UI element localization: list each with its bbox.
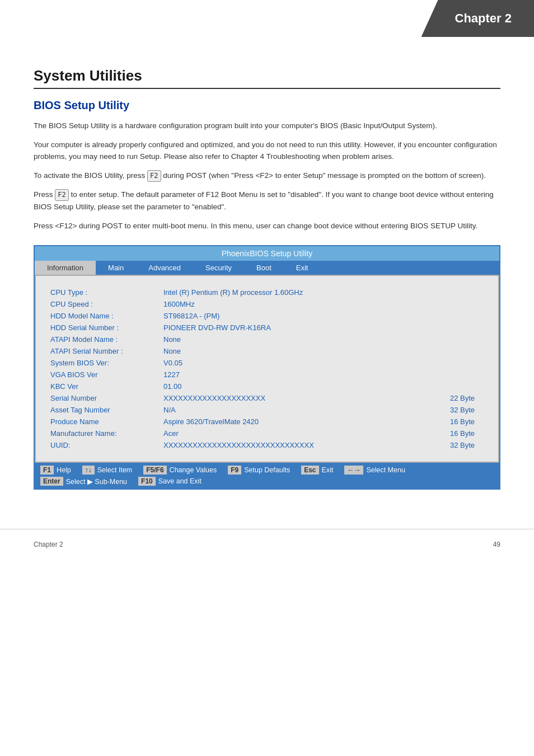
row-value: None <box>161 346 421 356</box>
row-value: Intel (R) Pentium (R) M processor 1.60GH… <box>161 287 421 298</box>
tab-main[interactable]: Main <box>96 261 136 275</box>
enter-key: Enter <box>40 477 63 486</box>
row-label: Serial Number <box>48 393 160 403</box>
bios-info-table: CPU Type : Intel (R) Pentium (R) M proce… <box>47 286 487 452</box>
row-label: Asset Tag Number <box>48 405 160 415</box>
row-label: Manufacturer Name: <box>48 428 160 439</box>
row-label: Produce Name <box>48 416 160 427</box>
row-value: N/A <box>161 405 421 415</box>
table-row: ATAPI Serial Number : None <box>48 346 486 356</box>
lr-key: ←→ <box>344 466 363 475</box>
row-size <box>422 381 486 392</box>
f2-key2-icon: F2 <box>55 189 68 201</box>
row-size <box>422 346 486 356</box>
table-row: HDD Serial Number : PIONEER DVD-RW DVR-K… <box>48 322 486 333</box>
row-value: XXXXXXXXXXXXXXXXXXXXX <box>161 393 421 403</box>
row-label: ATAPI Model Name : <box>48 334 160 345</box>
row-label: UUID: <box>48 440 160 450</box>
bios-footer: F1 Help ↑↓ Select Item F5/F6 Change Valu… <box>35 463 499 489</box>
table-row: Asset Tag Number N/A 32 Byte <box>48 405 486 415</box>
row-size <box>422 369 486 380</box>
row-label: CPU Type : <box>48 287 160 298</box>
footer-page-number: 49 <box>493 541 500 548</box>
f9-key: F9 <box>228 466 241 475</box>
row-label: HDD Serial Number : <box>48 322 160 333</box>
tab-advanced[interactable]: Advanced <box>136 261 193 275</box>
row-size <box>422 334 486 345</box>
arrows-key: ↑↓ <box>82 466 95 475</box>
esc-key: Esc <box>301 466 318 475</box>
table-row: System BIOS Ver: V0.05 <box>48 358 486 368</box>
footer-item-enter: Enter Select ▶ Sub-Menu <box>35 476 133 487</box>
section-title: System Utilities <box>34 67 500 84</box>
table-row: VGA BIOS Ver 1227 <box>48 369 486 380</box>
bios-tabs: Information Main Advanced Security Boot … <box>35 261 499 275</box>
enter-desc: Select ▶ Sub-Menu <box>66 477 127 486</box>
esc-desc: Exit <box>322 466 334 474</box>
footer-item-esc: Esc Exit <box>296 464 339 476</box>
bios-setup-box: PhoenixBIOS Setup Utility Information Ma… <box>34 245 500 490</box>
row-label: System BIOS Ver: <box>48 358 160 368</box>
row-value: None <box>161 334 421 345</box>
row-size: 16 Byte <box>422 416 486 427</box>
table-row: KBC Ver 01.00 <box>48 381 486 392</box>
row-value: Acer <box>161 428 421 439</box>
row-size: 32 Byte <box>422 405 486 415</box>
tab-information[interactable]: Information <box>35 261 96 275</box>
row-value: ST96812A - (PM) <box>161 311 421 321</box>
row-size <box>422 299 486 309</box>
row-value: XXXXXXXXXXXXXXXXXXXXXXXXXXXXXXX <box>161 440 421 450</box>
section-divider <box>34 88 500 89</box>
row-size: 32 Byte <box>422 440 486 450</box>
table-row: UUID: XXXXXXXXXXXXXXXXXXXXXXXXXXXXXXX 32… <box>48 440 486 450</box>
paragraph-5: Press <F12> during POST to enter multi-b… <box>34 220 500 232</box>
footer-item-f5f6: F5/F6 Change Values <box>138 464 222 476</box>
row-value: Aspire 3620/TravelMate 2420 <box>161 416 421 427</box>
chapter-label: Chapter 2 <box>421 0 534 37</box>
f5f6-key: F5/F6 <box>143 466 166 475</box>
f10-key: F10 <box>138 477 156 486</box>
lr-desc: Select Menu <box>366 466 405 474</box>
row-size <box>422 358 486 368</box>
bios-title-bar: PhoenixBIOS Setup Utility <box>35 246 499 261</box>
table-row: Manufacturer Name: Acer 16 Byte <box>48 428 486 439</box>
row-size: 22 Byte <box>422 393 486 403</box>
paragraph-4: Press F2 to enter setup. The default par… <box>34 189 500 213</box>
row-value: 01.00 <box>161 381 421 392</box>
f10-desc: Save and Exit <box>158 477 202 485</box>
tab-security[interactable]: Security <box>193 261 244 275</box>
bios-body: CPU Type : Intel (R) Pentium (R) M proce… <box>35 275 499 463</box>
row-value: 1227 <box>161 369 421 380</box>
footer-item-arrows: ↑↓ Select Item <box>77 464 138 476</box>
f1-key: F1 <box>40 466 54 475</box>
table-row: Produce Name Aspire 3620/TravelMate 2420… <box>48 416 486 427</box>
table-row: CPU Type : Intel (R) Pentium (R) M proce… <box>48 287 486 298</box>
row-value: V0.05 <box>161 358 421 368</box>
paragraph-1: The BIOS Setup Utility is a hardware con… <box>34 120 500 132</box>
page-footer: Chapter 2 49 <box>0 529 534 554</box>
f5f6-desc: Change Values <box>170 466 217 474</box>
table-row: CPU Speed : 1600MHz <box>48 299 486 309</box>
row-size <box>422 287 486 298</box>
table-row: ATAPI Model Name : None <box>48 334 486 345</box>
row-size <box>422 322 486 333</box>
f1-desc: Help <box>57 466 71 474</box>
tab-boot[interactable]: Boot <box>244 261 284 275</box>
row-label: ATAPI Serial Number : <box>48 346 160 356</box>
footer-item-f9: F9 Setup Defaults <box>222 464 296 476</box>
footer-item-f1: F1 Help <box>35 464 77 476</box>
paragraph-3: To activate the BIOS Utility, press F2 d… <box>34 170 500 182</box>
row-label: CPU Speed : <box>48 299 160 309</box>
f9-desc: Setup Defaults <box>244 466 290 474</box>
footer-chapter: Chapter 2 <box>34 541 63 548</box>
table-row: Serial Number XXXXXXXXXXXXXXXXXXXXX 22 B… <box>48 393 486 403</box>
row-value: PIONEER DVD-RW DVR-K16RA <box>161 322 421 333</box>
footer-item-f10: F10 Save and Exit <box>133 476 207 487</box>
subsection-title: BIOS Setup Utility <box>34 99 500 112</box>
table-row: HDD Model Name : ST96812A - (PM) <box>48 311 486 321</box>
row-size <box>422 311 486 321</box>
row-label: KBC Ver <box>48 381 160 392</box>
tab-exit[interactable]: Exit <box>284 261 321 275</box>
row-label: VGA BIOS Ver <box>48 369 160 380</box>
row-size: 16 Byte <box>422 428 486 439</box>
